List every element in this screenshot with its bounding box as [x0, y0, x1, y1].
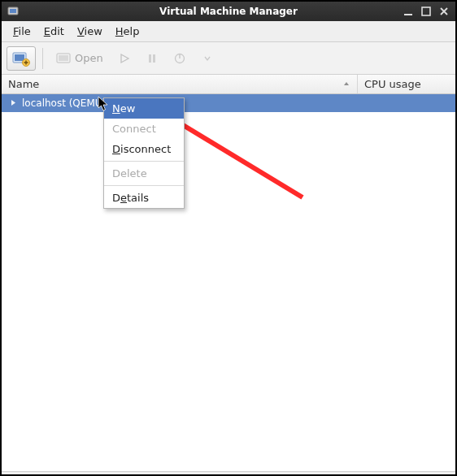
- titlebar: Virtual Machine Manager: [2, 2, 455, 21]
- context-menu: New Connect Disconnect Delete Details: [103, 97, 185, 209]
- column-headers: Name CPU usage: [2, 75, 455, 94]
- svg-rect-2: [404, 14, 412, 15]
- svg-rect-10: [153, 54, 155, 63]
- svg-rect-8: [59, 55, 68, 61]
- menu-file[interactable]: File: [7, 22, 37, 41]
- context-connect: Connect: [104, 119, 184, 139]
- svg-rect-9: [149, 54, 151, 63]
- window-title: Virtual Machine Manager: [2, 6, 455, 17]
- connection-row[interactable]: localhost (QEMU): [2, 94, 455, 112]
- context-separator: [104, 161, 184, 162]
- app-icon: [7, 5, 20, 18]
- context-separator: [104, 185, 184, 186]
- menu-help[interactable]: Help: [109, 22, 146, 41]
- sort-asc-icon: [342, 78, 350, 90]
- toolbar: Open: [2, 42, 455, 75]
- svg-rect-1: [10, 9, 16, 13]
- column-name[interactable]: Name: [2, 75, 358, 93]
- column-name-label: Name: [8, 78, 39, 90]
- pause-button: [140, 46, 164, 71]
- context-delete: Delete: [104, 163, 184, 184]
- shutdown-menu-button: [195, 46, 220, 71]
- minimize-button[interactable]: [402, 5, 415, 18]
- column-cpu-label: CPU usage: [364, 78, 421, 90]
- context-details[interactable]: Details: [104, 188, 184, 208]
- run-button: [112, 46, 137, 71]
- menu-edit[interactable]: Edit: [37, 22, 71, 41]
- vm-list[interactable]: localhost (QEMU) New Connect Disconnect …: [2, 94, 455, 471]
- menu-view[interactable]: View: [71, 22, 109, 41]
- svg-rect-3: [422, 7, 430, 15]
- expand-icon[interactable]: [10, 97, 17, 109]
- menubar: File Edit View Help: [2, 21, 455, 42]
- open-label: Open: [75, 52, 103, 64]
- maximize-button[interactable]: [420, 5, 433, 18]
- toolbar-separator: [42, 48, 43, 69]
- connection-label: localhost (QEMU): [22, 97, 106, 109]
- new-vm-button[interactable]: [7, 46, 36, 71]
- statusbar: [2, 471, 455, 474]
- shutdown-button: [168, 46, 192, 71]
- column-cpu[interactable]: CPU usage: [358, 75, 455, 93]
- context-disconnect[interactable]: Disconnect: [104, 139, 184, 159]
- context-new[interactable]: New: [104, 98, 184, 119]
- open-button: Open: [50, 46, 109, 71]
- close-button[interactable]: [437, 5, 450, 18]
